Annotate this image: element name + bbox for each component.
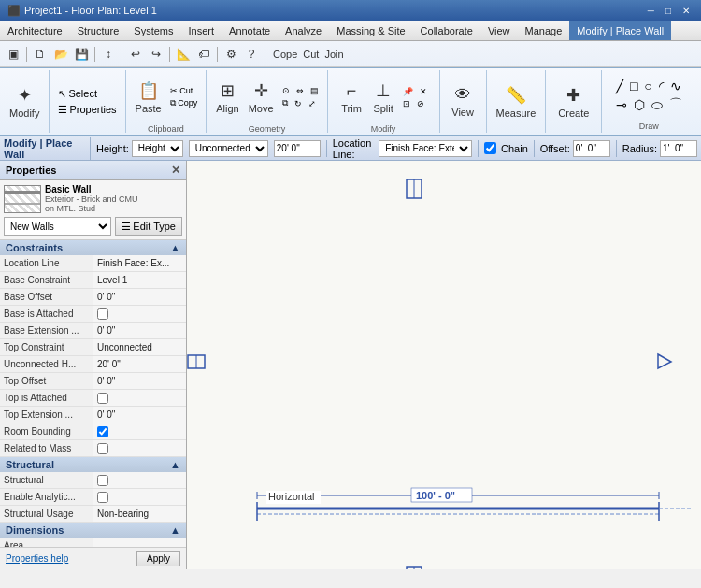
menu-architecture[interactable]: Architecture xyxy=(0,21,70,40)
unconnected-height-value[interactable]: 20' 0" xyxy=(93,356,186,372)
align-icon: ⊞ xyxy=(221,80,235,101)
top-constraint-label: Top Constraint xyxy=(0,339,93,355)
edit-type-button[interactable]: ☰ Edit Type xyxy=(115,217,182,236)
menu-structure[interactable]: Structure xyxy=(70,21,127,40)
copy2-button[interactable]: ⧉ xyxy=(279,97,291,109)
menu-analyze[interactable]: Analyze xyxy=(278,21,329,40)
delete-button[interactable]: ✕ xyxy=(417,86,430,97)
cut-button[interactable]: ✂ Cut xyxy=(167,85,201,96)
qa-sync[interactable]: ↕ xyxy=(99,45,118,64)
location-line-label: Location Line: xyxy=(333,137,376,160)
location-line-select[interactable]: Finish Face: Exterior Finish Face: Inter… xyxy=(379,140,472,157)
partial-arc-button[interactable]: ⌒ xyxy=(666,95,685,114)
split-button[interactable]: ⊥ Split xyxy=(368,72,398,122)
qa-settings[interactable]: ⚙ xyxy=(222,45,240,64)
wall-type-select[interactable]: New Walls Existing Walls xyxy=(4,217,111,236)
select-button[interactable]: ↖ Select xyxy=(55,87,100,101)
structural-usage-value[interactable]: Non-bearing xyxy=(93,506,186,522)
dimensions-section-header[interactable]: Dimensions ▲ xyxy=(0,523,186,538)
qa-app-menu[interactable]: ▣ xyxy=(4,45,22,64)
create-button[interactable]: ✚ Create xyxy=(554,77,593,127)
qa-question[interactable]: ? xyxy=(242,45,261,64)
unpin-button[interactable]: 📌 xyxy=(400,86,416,97)
area-row: Area xyxy=(0,538,186,547)
arc-button[interactable]: ◜ xyxy=(656,78,666,94)
menu-insert[interactable]: Insert xyxy=(181,21,222,40)
qa-tag[interactable]: 🏷 xyxy=(194,45,213,64)
properties-apply-button[interactable]: Apply xyxy=(136,551,180,566)
top-extension-value[interactable]: 0' 0" xyxy=(93,407,186,423)
maximize-button[interactable]: □ xyxy=(662,6,675,16)
offset-input[interactable] xyxy=(573,140,610,157)
linework-button[interactable]: ⊘ xyxy=(414,98,427,109)
properties-help-link[interactable]: Properties help xyxy=(6,553,68,564)
close-button[interactable]: ✕ xyxy=(679,6,694,16)
modify-label: Modify xyxy=(9,108,39,119)
group-button[interactable]: ⊡ xyxy=(400,98,413,109)
modify-button[interactable]: ✦ Modify xyxy=(6,77,43,127)
menu-systems[interactable]: Systems xyxy=(126,21,180,40)
spline-button[interactable]: ∿ xyxy=(667,78,684,94)
top-attached-value xyxy=(93,390,186,406)
qa-save[interactable]: 💾 xyxy=(72,45,91,64)
line-button[interactable]: ╱ xyxy=(613,78,626,94)
copy-button[interactable]: ⧉ Copy xyxy=(167,97,201,109)
canvas-area[interactable]: Horizontal 100' - 0" xyxy=(187,161,701,569)
minimize-button[interactable]: ─ xyxy=(644,6,658,16)
top-offset-value[interactable]: 0' 0" xyxy=(93,373,186,389)
qa-undo[interactable]: ↩ xyxy=(126,45,145,64)
structural-section-header[interactable]: Structural ▲ xyxy=(0,457,186,472)
app-icon: ⬛ xyxy=(7,5,21,17)
properties-close-button[interactable]: ✕ xyxy=(171,164,180,177)
menu-collaborate[interactable]: Collaborate xyxy=(413,21,480,40)
circle-button[interactable]: ○ xyxy=(641,78,654,94)
view-button[interactable]: 👁 View xyxy=(448,77,478,127)
menu-annotate[interactable]: Annotate xyxy=(222,21,278,40)
scale-button[interactable]: ⤢ xyxy=(306,97,319,109)
base-offset-value[interactable]: 0' 0" xyxy=(93,289,186,305)
location-line-prop-value[interactable]: Finish Face: Ex... xyxy=(93,255,186,271)
enable-analytic-checkbox[interactable] xyxy=(97,492,108,503)
qa-measure[interactable]: 📐 xyxy=(174,45,193,64)
mirror-button[interactable]: ⇔ xyxy=(293,85,307,96)
qa-open[interactable]: 📂 xyxy=(51,45,70,64)
clipboard-small-group: ✂ Cut ⧉ Copy xyxy=(167,85,201,109)
qa-new[interactable]: 🗋 xyxy=(31,45,50,64)
structural-checkbox[interactable] xyxy=(97,475,108,486)
top-constraint-value[interactable]: Unconnected xyxy=(93,339,186,355)
level-select[interactable]: Unconnected Level 1 Level 2 xyxy=(189,140,268,157)
base-extension-value[interactable]: 0' 0" xyxy=(93,323,186,338)
offset-button[interactable]: ⊙ xyxy=(279,85,293,96)
radius-input[interactable] xyxy=(660,140,697,157)
menu-view[interactable]: View xyxy=(480,21,518,40)
canvas-svg[interactable]: Horizontal 100' - 0" xyxy=(187,161,701,569)
qa-redo[interactable]: ↪ xyxy=(147,45,165,64)
move-button[interactable]: ✛ Move xyxy=(245,72,278,122)
constraints-section-header[interactable]: Constraints ▲ xyxy=(0,240,186,255)
rotate-button[interactable]: ↻ xyxy=(292,97,305,109)
array-button[interactable]: ▤ xyxy=(308,85,322,96)
measure-button[interactable]: 📏 Measure xyxy=(493,77,540,127)
ellipse-button[interactable]: ⬭ xyxy=(649,95,665,114)
trim-button[interactable]: ⌐ Trim xyxy=(336,72,366,122)
top-attached-checkbox[interactable] xyxy=(97,393,108,404)
rect-button[interactable]: □ xyxy=(627,78,640,94)
chain-checkbox[interactable] xyxy=(484,142,496,154)
paste-button[interactable]: 📋 Paste xyxy=(132,72,165,122)
menu-manage[interactable]: Manage xyxy=(518,21,570,40)
poly-button[interactable]: ⬡ xyxy=(631,95,648,114)
height-select[interactable]: Height Depth xyxy=(132,140,183,157)
dimension-input[interactable] xyxy=(274,140,321,157)
pick-line-button[interactable]: ⊸ xyxy=(613,95,630,114)
ribbon-group-modify: ✦ Modify xyxy=(0,70,50,133)
base-constraint-value[interactable]: Level 1 xyxy=(93,272,186,288)
related-to-mass-checkbox[interactable] xyxy=(97,443,108,454)
constraints-collapse-icon: ▲ xyxy=(170,242,180,253)
room-bounding-checkbox[interactable] xyxy=(97,426,108,437)
menu-modify-place-wall[interactable]: Modify | Place Wall xyxy=(569,21,671,40)
properties-scroll[interactable]: Constraints ▲ Location Line Finish Face:… xyxy=(0,240,186,547)
properties-button[interactable]: ☰ Properties xyxy=(55,103,119,117)
align-button[interactable]: ⊞ Align xyxy=(212,72,242,122)
base-attached-checkbox[interactable] xyxy=(97,308,108,320)
menu-massing[interactable]: Massing & Site xyxy=(329,21,412,40)
